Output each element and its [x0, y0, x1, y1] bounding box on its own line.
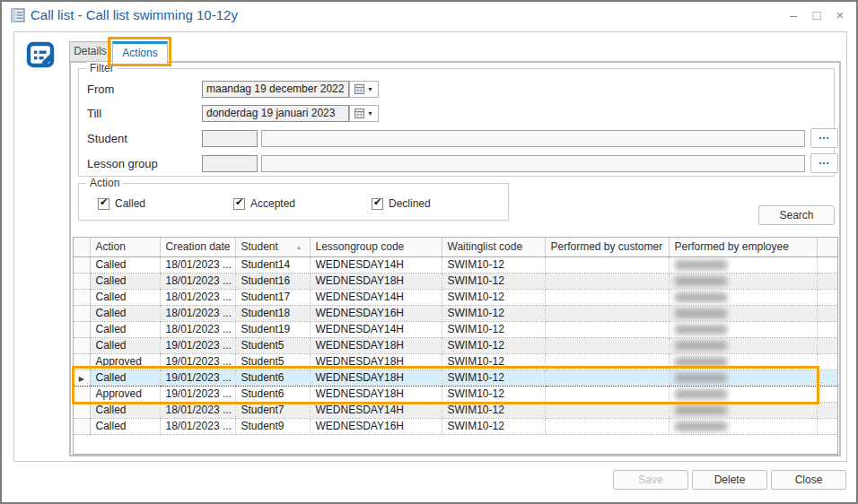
- cell-waitinglist-code: SWIM10-12: [442, 273, 545, 289]
- close-icon[interactable]: ×: [833, 5, 847, 25]
- cell-performed-by-employee: [669, 418, 817, 434]
- call-list-document-icon: [11, 8, 25, 22]
- cell-performed-by-employee: [669, 256, 817, 273]
- cell-creation-date: 19/01/2023 ...: [160, 369, 235, 386]
- save-button[interactable]: Save: [613, 470, 688, 490]
- table-row[interactable]: Called18/01/2023 ...Student16WEDNESDAY18…: [74, 273, 837, 289]
- cell-creation-date: 19/01/2023 ...: [160, 386, 235, 402]
- chevron-down-icon: ▼: [367, 86, 373, 92]
- cell-performed-by-employee: [669, 402, 817, 418]
- till-label: Till: [87, 107, 101, 120]
- table-row[interactable]: Approved19/01/2023 ...Student6WEDNESDAY1…: [74, 386, 837, 402]
- row-indicator-cell: ▶: [74, 369, 90, 386]
- cell-waitinglist-code: SWIM10-12: [442, 321, 545, 337]
- cell-student: Student9: [235, 418, 310, 434]
- lesson-group-code-input[interactable]: [202, 155, 258, 172]
- cell-filler: [817, 353, 837, 369]
- cell-action: Approved: [90, 386, 160, 402]
- cell-waitinglist-code: SWIM10-12: [442, 402, 545, 418]
- table-row[interactable]: Approved19/01/2023 ...Student5WEDNESDAY1…: [74, 353, 837, 369]
- student-browse-button[interactable]: …: [810, 128, 838, 148]
- table-row[interactable]: Called18/01/2023 ...Student9WEDNESDAY16H…: [74, 418, 837, 434]
- cell-action: Approved: [90, 353, 160, 369]
- maximize-icon[interactable]: □: [810, 5, 824, 25]
- action-groupbox-legend: Action: [86, 177, 123, 189]
- cell-student: Student5: [235, 353, 310, 369]
- student-name-input[interactable]: [261, 130, 805, 147]
- cell-student: Student16: [235, 273, 310, 289]
- student-code-input[interactable]: [202, 130, 258, 147]
- cell-lessongroup-code: WEDNESDAY18H: [310, 369, 442, 386]
- student-label: Student: [87, 132, 127, 145]
- tab-details[interactable]: Details: [69, 41, 111, 62]
- cell-student: Student7: [235, 402, 310, 418]
- till-date-input[interactable]: donderdag 19 januari 2023: [202, 105, 349, 122]
- cell-creation-date: 19/01/2023 ...: [160, 337, 235, 353]
- cell-performed-by-customer: [545, 256, 669, 273]
- cell-performed-by-employee: [669, 337, 817, 353]
- grid-header-row: Action Creation date Student▲ Lessongrou…: [74, 238, 837, 256]
- till-date-picker-button[interactable]: ▼: [349, 105, 379, 122]
- row-indicator-cell: [74, 273, 90, 289]
- cell-action: Called: [90, 337, 160, 353]
- column-header-student[interactable]: Student▲: [235, 238, 310, 256]
- row-indicator-cell: [74, 386, 90, 402]
- cell-lessongroup-code: WEDNESDAY18H: [310, 337, 442, 353]
- cell-filler: [817, 321, 837, 337]
- table-row[interactable]: Called18/01/2023 ...Student14WEDNESDAY14…: [74, 256, 837, 273]
- cell-performed-by-employee: [669, 305, 817, 321]
- cell-performed-by-employee: [669, 289, 817, 305]
- column-header-action[interactable]: Action: [90, 238, 160, 256]
- check-mark-icon: ✔: [100, 196, 108, 208]
- redacted-employee-name: [675, 325, 727, 335]
- column-header-performed-by-employee[interactable]: Performed by employee: [669, 238, 817, 256]
- cell-student: Student18: [235, 305, 310, 321]
- from-label: From: [87, 83, 114, 96]
- filter-groupbox-legend: Filter: [86, 62, 118, 74]
- lesson-group-name-input[interactable]: [261, 155, 805, 172]
- check-mark-icon: ✔: [373, 196, 381, 208]
- column-header-filler: [817, 238, 837, 256]
- table-row[interactable]: Called18/01/2023 ...Student18WEDNESDAY16…: [74, 305, 837, 321]
- table-row[interactable]: Called18/01/2023 ...Student7WEDNESDAY14H…: [74, 402, 837, 418]
- cell-lessongroup-code: WEDNESDAY14H: [310, 289, 442, 305]
- cell-creation-date: 18/01/2023 ...: [160, 256, 235, 273]
- close-button[interactable]: Close: [771, 470, 846, 490]
- cell-student: Student5: [235, 337, 310, 353]
- minimize-icon[interactable]: –: [786, 5, 801, 25]
- cell-performed-by-customer: [545, 353, 669, 369]
- from-date-input[interactable]: maandag 19 december 2022: [202, 81, 349, 98]
- redacted-employee-name: [675, 373, 727, 383]
- redacted-employee-name: [675, 276, 727, 286]
- cell-performed-by-customer: [545, 418, 669, 434]
- table-row[interactable]: Called18/01/2023 ...Student17WEDNESDAY14…: [74, 289, 837, 305]
- cell-filler: [817, 305, 837, 321]
- call-list-search-icon: [25, 39, 57, 72]
- search-button[interactable]: Search: [758, 205, 835, 225]
- column-header-waitinglist-code[interactable]: Waitinglist code: [442, 238, 545, 256]
- tab-actions[interactable]: Actions: [112, 41, 168, 64]
- column-header-lessongroup-code[interactable]: Lessongroup code: [310, 238, 442, 256]
- table-row[interactable]: Called19/01/2023 ...Student5WEDNESDAY18H…: [74, 337, 837, 353]
- cell-waitinglist-code: SWIM10-12: [442, 353, 545, 369]
- table-row[interactable]: Called18/01/2023 ...Student19WEDNESDAY14…: [74, 321, 837, 337]
- row-indicator-cell: [74, 402, 90, 418]
- checkbox-declined[interactable]: ✔ Declined: [372, 197, 431, 210]
- cell-action: Called: [90, 305, 160, 321]
- column-header-performed-by-customer[interactable]: Performed by customer: [545, 238, 669, 256]
- redacted-employee-name: [675, 357, 727, 367]
- cell-performed-by-customer: [545, 273, 669, 289]
- calendar-icon: [355, 109, 364, 118]
- cell-filler: [817, 337, 837, 353]
- delete-button[interactable]: Delete: [692, 470, 767, 490]
- cell-action: Called: [90, 289, 160, 305]
- cell-lessongroup-code: WEDNESDAY14H: [310, 402, 442, 418]
- checkbox-called[interactable]: ✔ Called: [98, 197, 145, 210]
- cell-lessongroup-code: WEDNESDAY14H: [310, 321, 442, 337]
- table-row[interactable]: ▶Called19/01/2023 ...Student6WEDNESDAY18…: [74, 369, 837, 386]
- checkbox-accepted[interactable]: ✔ Accepted: [233, 197, 295, 210]
- row-indicator-cell: [74, 337, 90, 353]
- from-date-picker-button[interactable]: ▼: [349, 81, 379, 98]
- lesson-group-browse-button[interactable]: …: [810, 153, 838, 173]
- column-header-creation-date[interactable]: Creation date: [160, 238, 235, 256]
